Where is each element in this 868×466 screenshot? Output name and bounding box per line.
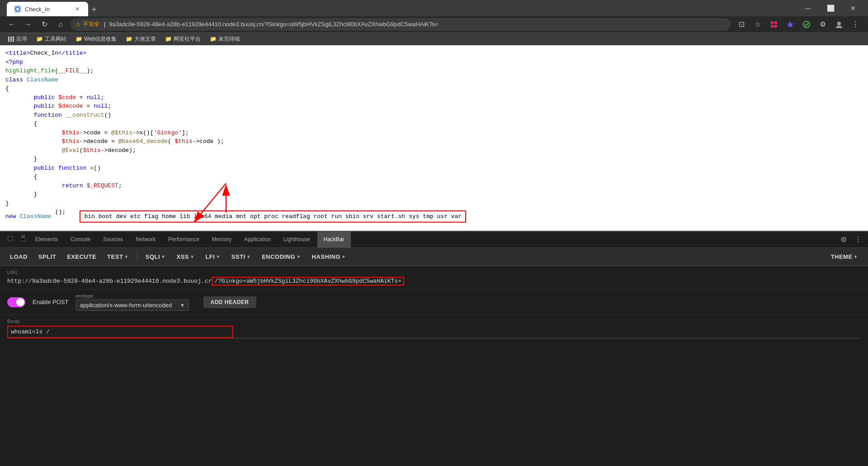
add-header-button[interactable]: ADD HEADER — [203, 296, 256, 308]
bookmark-todo[interactable]: 📁 未完待续 — [206, 34, 244, 44]
hackbar-encoding-button[interactable]: ENCODING ▼ — [257, 252, 305, 262]
bookmark-folder5-icon: 📁 — [210, 36, 217, 42]
hackbar-hashing-button[interactable]: HASHING ▼ — [307, 252, 351, 262]
hackbar-load-button[interactable]: LOAD — [5, 252, 32, 262]
tab-elements[interactable]: Elements — [29, 232, 64, 247]
extensions-icon[interactable]: ⚙ — [816, 17, 830, 32]
hackbar-toolbar: LOAD SPLIT EXECUTE TEST ▼ SQLI ▼ XSS ▼ L… — [0, 248, 868, 266]
ssti-dropdown-arrow: ▼ — [246, 254, 251, 259]
minimize-button[interactable]: — — [797, 1, 818, 15]
command-output-box: bin boot dev etc flag home lib lib64 med… — [80, 210, 466, 223]
bookmark-web-collect[interactable]: 📁 Web信息收集 — [72, 34, 120, 44]
code-line-13: } — [5, 155, 863, 164]
enctype-select[interactable]: application/x-www-form-urlencoded multip… — [76, 300, 189, 311]
bookmark-tools-label: 工具网站 — [45, 35, 66, 43]
bookmark-web-collect-label: Web信息收集 — [84, 35, 117, 43]
body-input-wrapper — [7, 326, 861, 338]
sqli-dropdown-arrow: ▼ — [161, 254, 165, 259]
back-button[interactable]: ← — [5, 18, 18, 31]
bookmark-articles[interactable]: 📁 大佬文章 — [122, 34, 160, 44]
hackbar-body: URL http://9a3adc0e-5928-48e4-a28b-e1192… — [0, 266, 868, 466]
tab-console[interactable]: Console — [64, 232, 97, 247]
bookmark-apps[interactable]: 应用 — [5, 34, 31, 44]
bookmark-star-icon[interactable]: ☆ — [750, 17, 765, 32]
code-line-12: @Eval($this->decode); — [5, 146, 863, 155]
devtools-more-icon[interactable]: ⋮ — [852, 233, 864, 246]
device-icon[interactable]: 📱 — [16, 232, 29, 244]
code-line-4: class ClassName — [5, 76, 863, 85]
code-line-5: { — [5, 84, 863, 93]
tab-performance[interactable]: Performance — [162, 232, 206, 247]
address-bar[interactable]: ⚠ 不安全 | 9a3adc0e-5928-48e4-a28b-e11929e4… — [71, 18, 731, 31]
tab-network[interactable]: Network — [129, 232, 162, 247]
svg-rect-4 — [771, 25, 774, 28]
svg-point-6 — [803, 21, 810, 28]
address-text[interactable]: 9a3adc0e-5928-48e4-a28b-e11929e44410.nod… — [109, 21, 725, 28]
bookmark-security[interactable]: 📁 网安社平台 — [161, 34, 204, 44]
theme-dropdown-arrow: ▼ — [854, 254, 858, 259]
svg-rect-5 — [774, 25, 777, 28]
hackbar-xss-button[interactable]: XSS ▼ — [172, 252, 199, 262]
test-dropdown-arrow: ▼ — [124, 254, 128, 259]
tab-close-button[interactable]: ✕ — [74, 5, 81, 13]
hackbar-split-button[interactable]: SPLIT — [34, 252, 61, 262]
bookmark-folder3-icon: 📁 — [126, 36, 132, 42]
window-controls: — ⬜ ✕ — [797, 1, 863, 15]
url-input-part1[interactable]: http://9a3adc0e-5928-48e4-a28b-e11929e44… — [7, 278, 212, 285]
home-button[interactable]: ⌂ — [54, 18, 67, 31]
tab-lighthouse[interactable]: Lighthouse — [277, 232, 316, 247]
profile-icon[interactable] — [832, 17, 846, 32]
bookmark-security-label: 网安社平台 — [174, 35, 201, 43]
menu-icon[interactable]: ⋮ — [848, 17, 863, 32]
tab-hackbar[interactable]: HackBar — [317, 232, 351, 247]
new-tab-button[interactable]: + — [88, 3, 100, 16]
svg-rect-3 — [774, 21, 777, 24]
code-line-8: function __construct() — [5, 111, 863, 120]
code-line-19: } — [5, 199, 863, 208]
tab-memory[interactable]: Memory — [206, 232, 238, 247]
extension2-icon[interactable] — [783, 17, 797, 32]
reload-button[interactable]: ↻ — [38, 18, 51, 31]
apps-grid-icon — [8, 37, 14, 42]
bookmark-folder-icon: 📁 — [36, 36, 43, 42]
code-line-7: public $decode = null; — [5, 102, 863, 111]
enable-post-toggle[interactable] — [7, 297, 25, 307]
forward-button[interactable]: → — [22, 18, 34, 31]
url-input-wrapper: http://9a3adc0e-5928-48e4-a28b-e11929e44… — [7, 277, 861, 285]
svg-rect-2 — [771, 21, 774, 24]
tab-favicon — [14, 5, 21, 13]
lfi-dropdown-arrow: ▼ — [216, 254, 220, 259]
bookmark-todo-label: 未完待续 — [218, 35, 240, 43]
bookmark-folder4-icon: 📁 — [165, 36, 172, 42]
page-content: <title>Check_In</title> <?php highlight_… — [0, 45, 868, 231]
hackbar-execute-button[interactable]: EXECUTE — [62, 252, 101, 262]
code-line-10: $this->code = @$this->x()['Ginkgo']; — [5, 128, 863, 138]
enable-post-label: Enable POST — [33, 299, 69, 305]
svg-point-1 — [16, 8, 19, 10]
toggle-slider — [7, 297, 25, 307]
hackbar-lfi-button[interactable]: LFI ▼ — [201, 252, 225, 262]
bookmark-tools[interactable]: 📁 工具网站 — [33, 34, 70, 44]
url-input-part2[interactable]: /?Ginkgo=aW5jbHVkZSgiL3Zhci90bXAvZXhwbG9… — [212, 277, 404, 285]
inspect-icon[interactable]: ⬚ — [4, 232, 16, 244]
devtools-tabs: ⬚ 📱 Elements Console Sources Network Per… — [0, 232, 868, 248]
devtools-settings-icon[interactable]: ⚙ — [837, 233, 850, 246]
url-section: URL http://9a3adc0e-5928-48e4-a28b-e1192… — [0, 266, 868, 290]
tab-sources[interactable]: Sources — [97, 232, 129, 247]
hackbar-test-button[interactable]: TEST ▼ — [103, 252, 133, 262]
active-tab[interactable]: Check_In ✕ — [7, 2, 88, 16]
code-line-1: <title>Check_In</title> — [5, 49, 863, 58]
cast-icon[interactable]: ⊡ — [734, 17, 749, 32]
encoding-dropdown-arrow: ▼ — [296, 254, 301, 259]
close-button[interactable]: ✕ — [843, 1, 863, 15]
hackbar-ssti-button[interactable]: SSTI ▼ — [227, 252, 255, 262]
tab-application[interactable]: Application — [238, 232, 277, 247]
extension3-icon[interactable] — [799, 17, 814, 32]
extension1-icon[interactable] — [767, 17, 781, 32]
body-input[interactable] — [7, 326, 233, 338]
maximize-button[interactable]: ⬜ — [820, 1, 841, 15]
code-line-16: { — [5, 172, 863, 181]
bookmark-folder2-icon: 📁 — [75, 36, 82, 42]
hackbar-theme-button[interactable]: THEME ▼ — [826, 252, 863, 262]
hackbar-sqli-button[interactable]: SQLI ▼ — [141, 252, 170, 262]
